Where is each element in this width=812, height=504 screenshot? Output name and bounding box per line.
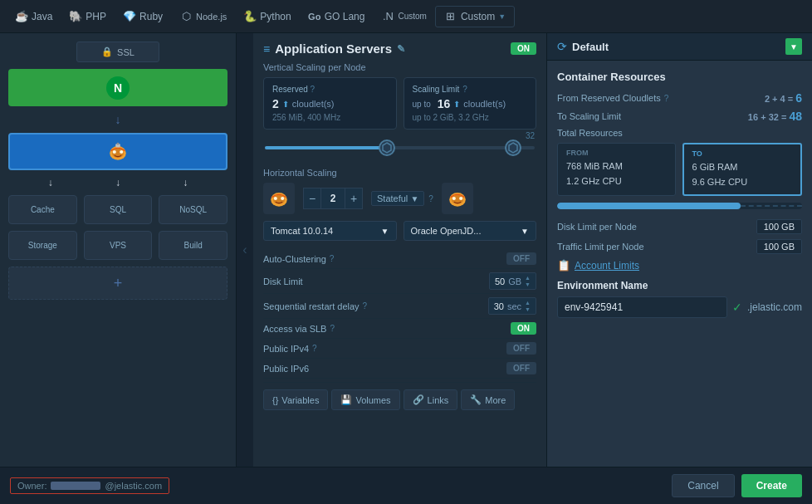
scaling-arrow-icon: ⬆ <box>453 100 460 109</box>
golang-icon: Go <box>308 10 321 23</box>
stateful-dropdown[interactable]: Stateful ▼ <box>371 191 424 206</box>
auto-clustering-label: Auto-Clustering ? <box>263 254 334 264</box>
oracle-version-dropdown[interactable]: Oracle OpenJD... ▼ <box>404 221 537 241</box>
disk-limit-row: Disk Limit 50 GB ▲ ▼ <box>263 269 536 294</box>
bottom-tabs: {} Variables 💾 Volumes 🔗 Links 🔧 More <box>263 382 536 410</box>
collapse-arrow[interactable]: ‹ <box>237 33 253 467</box>
arrow-left-icon: ↓ <box>48 177 53 188</box>
ipv6-toggle[interactable]: OFF <box>506 362 536 374</box>
arrows-row: ↓ ↓ ↓ <box>8 177 227 188</box>
horizontal-scaling-label: Horizontal Scaling <box>263 168 536 178</box>
seq-restart-input[interactable]: 30 sec ▲ ▼ <box>488 297 536 315</box>
env-name-input[interactable] <box>557 296 727 318</box>
tab-links[interactable]: 🔗 Links <box>404 389 458 410</box>
cache-node-btn[interactable]: Cache <box>8 195 77 224</box>
tomcat-chevron-icon: ▼ <box>381 227 389 236</box>
disk-limit-input[interactable]: 50 GB ▲ ▼ <box>489 272 536 290</box>
container-resources-title: Container Resources <box>557 71 802 83</box>
disk-limit-down-icon[interactable]: ▼ <box>525 281 531 287</box>
auto-clustering-toggle[interactable]: OFF <box>506 252 536 265</box>
scaling-limit-help-icon[interactable]: ? <box>462 85 467 94</box>
auto-clustering-value: OFF <box>506 252 536 265</box>
account-limits-link[interactable]: 📋 Account Limits <box>557 259 802 272</box>
ipv4-toggle[interactable]: OFF <box>506 342 536 355</box>
nginx-icon: N <box>106 76 130 100</box>
slider-thumb-right[interactable] <box>505 139 521 156</box>
decrement-btn[interactable]: − <box>303 188 321 209</box>
nginx-node[interactable]: N <box>8 69 227 106</box>
vps-node-btn[interactable]: VPS <box>84 231 153 260</box>
tab-volumes[interactable]: 💾 Volumes <box>331 389 399 410</box>
owner-redacted <box>51 482 100 490</box>
stateful-row: Stateful ▼ ? <box>371 191 433 206</box>
ipv4-label: Public IPv4 ? <box>263 344 317 354</box>
scaling-value: 16 <box>438 97 451 110</box>
traffic-limit-row: Traffic Limit per Node 100 GB <box>557 239 802 254</box>
panel-title-icon: ≡ <box>263 42 270 56</box>
ipv4-value: OFF <box>506 342 536 355</box>
tab-links-label: Links <box>428 395 449 405</box>
disk-limit-per-node-label: Disk Limit per Node <box>557 222 637 232</box>
seq-restart-down-icon[interactable]: ▼ <box>525 306 531 312</box>
slider-fill <box>265 146 386 149</box>
cancel-button[interactable]: Cancel <box>672 474 734 497</box>
right-panel-content: Container Resources From Reserved Cloudl… <box>547 61 812 467</box>
tab-variables[interactable]: {} Variables <box>263 389 328 410</box>
default-dropdown-arrow[interactable]: ▼ <box>785 38 802 55</box>
add-node-btn[interactable]: + <box>8 267 227 300</box>
disk-limit-up-icon[interactable]: ▲ <box>525 275 531 281</box>
default-dropdown[interactable]: ⟳ Default <box>557 40 609 53</box>
nav-python[interactable]: 🐍 Python <box>235 7 299 27</box>
tomcat-node-selected[interactable] <box>8 133 227 170</box>
to-scaling-value: 16 + 32 = 48 <box>748 110 802 123</box>
default-icon: ⟳ <box>557 40 567 53</box>
tomcat-icon-sm-right <box>442 183 473 214</box>
slb-help-icon[interactable]: ? <box>330 324 335 333</box>
account-icon: 📋 <box>557 259 570 272</box>
build-node-btn[interactable]: Build <box>159 231 227 260</box>
slb-toggle[interactable]: ON <box>511 322 536 335</box>
seq-restart-up-icon[interactable]: ▲ <box>525 300 531 306</box>
ssl-button[interactable]: 🔒 SSL <box>76 42 159 62</box>
tomcat-version-dropdown[interactable]: Tomcat 10.0.14 ▼ <box>263 221 397 241</box>
reserved-arrow-icon: ⬆ <box>282 100 289 109</box>
seq-restart-help-icon[interactable]: ? <box>363 301 368 311</box>
from-reserved-help-icon[interactable]: ? <box>664 94 669 103</box>
tab-more[interactable]: 🔧 More <box>461 389 515 410</box>
nav-java[interactable]: ☕ Java <box>7 7 61 27</box>
slider-thumb-left[interactable] <box>379 139 395 156</box>
edit-icon[interactable]: ✎ <box>397 43 405 55</box>
nav-php[interactable]: 🐘 PHP <box>61 7 115 27</box>
disk-limit-spinner[interactable]: ▲ ▼ <box>525 275 531 287</box>
nav-custom[interactable]: ⊞ Custom ▼ <box>435 6 515 27</box>
increment-btn[interactable]: + <box>345 188 363 209</box>
nav-ruby-label: Ruby <box>139 11 163 22</box>
seq-restart-spinner[interactable]: ▲ ▼ <box>525 300 531 312</box>
disk-limit-per-node-row: Disk Limit per Node 100 GB <box>557 219 802 234</box>
ipv4-help-icon[interactable]: ? <box>312 344 317 353</box>
dropdown-arrow-icon: ▼ <box>790 42 798 51</box>
stateful-help-icon[interactable]: ? <box>428 194 433 203</box>
nav-golang-label: GO Lang <box>325 11 365 22</box>
scaling-slider[interactable]: 32 <box>263 136 536 163</box>
left-panel: 🔒 SSL N ↓ ↓ ↓ ↓ <box>0 33 237 467</box>
nav-ruby[interactable]: 💎 Ruby <box>115 7 171 27</box>
toggle-on[interactable]: ON <box>511 42 536 55</box>
nav-golang[interactable]: Go GO Lang <box>300 7 374 27</box>
from-to-boxes: FROM 768 MiB RAM 1.2 GHz CPU TO 6 GiB RA… <box>557 143 802 196</box>
svg-point-2 <box>113 149 116 153</box>
tomcat-small-icon <box>267 187 291 210</box>
create-button[interactable]: Create <box>741 474 802 497</box>
bottom-nodes-row2: Storage VPS Build <box>8 231 227 260</box>
ipv6-value: OFF <box>506 362 536 374</box>
nosql-node-btn[interactable]: NoSQL <box>159 195 227 224</box>
from-reserved-row: From Reserved Cloudlets ? 2 + 4 = 6 <box>557 91 802 105</box>
nav-nodejs[interactable]: ⬡ Node.js <box>171 7 235 27</box>
sql-node-btn[interactable]: SQL <box>84 195 153 224</box>
storage-node-btn[interactable]: Storage <box>8 231 77 260</box>
reserved-help-icon[interactable]: ? <box>311 85 316 94</box>
nav-python-label: Python <box>260 11 291 22</box>
reserved-unit: cloudlet(s) <box>292 99 335 109</box>
auto-clustering-help-icon[interactable]: ? <box>330 254 335 263</box>
nav-dotnet[interactable]: .N Custom <box>373 7 434 27</box>
